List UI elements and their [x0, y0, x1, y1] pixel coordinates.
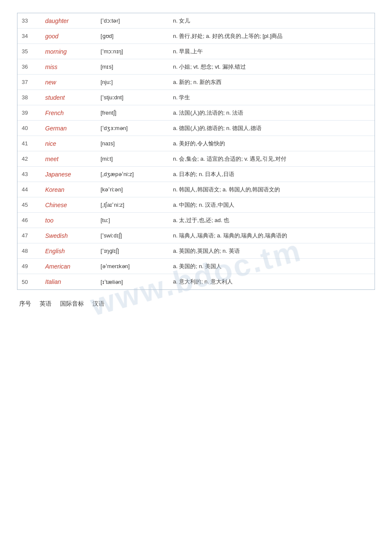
row-word: nice: [41, 138, 96, 149]
row-meaning: n. 学生: [169, 91, 375, 104]
row-num: 48: [17, 246, 41, 256]
row-num: 39: [17, 107, 41, 118]
row-phonetic: [mɪs]: [96, 61, 169, 72]
row-num: 34: [17, 31, 41, 41]
row-meaning: a. 意大利的; n. 意大利人: [169, 275, 375, 288]
row-num: 38: [17, 92, 41, 103]
row-meaning: a. 新的; n. 新的东西: [169, 76, 375, 89]
table-row: 40 German [ˈdʒɜːmən] a. 德国(人)的,德语的; n. 德…: [17, 121, 375, 136]
row-phonetic: [ɪˈtæliən]: [96, 277, 169, 287]
row-num: 44: [17, 184, 41, 195]
row-word: Swedish: [41, 230, 96, 241]
row-word: daughter: [41, 15, 96, 26]
row-num: 36: [17, 61, 41, 72]
table-row: 34 good [ɡʊd] n. 善行,好处; a. 好的,优良的,上等的; […: [17, 29, 375, 44]
row-meaning: a. 美好的,令人愉快的: [169, 137, 375, 150]
row-phonetic: [ɡʊd]: [96, 31, 169, 41]
row-phonetic: [ˈɪŋɡlɪʃ]: [96, 246, 169, 256]
table-row: 50 Italian [ɪˈtæliən] a. 意大利的; n. 意大利人: [17, 274, 375, 289]
row-phonetic: [ˈswiːdɪʃ]: [96, 230, 169, 241]
row-num: 45: [17, 199, 41, 210]
row-word: too: [41, 215, 96, 226]
row-word: miss: [41, 61, 96, 72]
row-num: 47: [17, 230, 41, 241]
row-phonetic: [naɪs]: [96, 138, 169, 149]
row-phonetic: [njuː]: [96, 77, 169, 87]
row-word: morning: [41, 46, 96, 57]
table-row: 43 Japanese [ˌdʒæpəˈniːz] a. 日本的; n. 日本人…: [17, 167, 375, 182]
row-phonetic: [ˌdʒæpəˈniːz]: [96, 169, 169, 179]
row-num: 43: [17, 169, 41, 179]
row-word: student: [41, 92, 96, 103]
table-row: 47 Swedish [ˈswiːdɪʃ] n. 瑞典人,瑞典语; a. 瑞典的…: [17, 228, 375, 243]
row-meaning: n. 瑞典人,瑞典语; a. 瑞典的,瑞典人的,瑞典语的: [169, 229, 375, 242]
table-row: 33 daughter [ˈdɔːtər] n. 女儿: [17, 13, 375, 29]
row-num: 35: [17, 46, 41, 57]
row-word: new: [41, 77, 96, 88]
row-meaning: a. 德国(人)的,德语的; n. 德国人,德语: [169, 122, 375, 135]
row-word: good: [41, 31, 96, 42]
row-word: Italian: [41, 276, 96, 287]
row-phonetic: [frentʃ]: [96, 107, 169, 118]
row-meaning: n. 小姐; vt. 想念; vt. 漏掉,错过: [169, 61, 375, 73]
table-row: 42 meet [miːt] n. 会,集会; a. 适宜的,合适的; v. 遇…: [17, 151, 375, 167]
footer-col2: 英语: [40, 300, 52, 308]
row-num: 40: [17, 123, 41, 133]
row-word: Chinese: [41, 199, 96, 211]
table-row: 41 nice [naɪs] a. 美好的,令人愉快的: [17, 136, 375, 151]
row-word: French: [41, 107, 96, 119]
row-word: English: [41, 246, 96, 257]
row-meaning: n. 韩国人,韩国语文; a. 韩国人的,韩国语文的: [169, 183, 375, 196]
row-phonetic: [əˈmerɪkən]: [96, 261, 169, 272]
row-num: 46: [17, 215, 41, 225]
row-num: 33: [17, 15, 41, 26]
row-phonetic: [ˈdʒɜːmən]: [96, 123, 169, 133]
row-word: Japanese: [41, 169, 96, 180]
row-phonetic: [tuː]: [96, 215, 169, 225]
row-phonetic: [ˈstjuːdnt]: [96, 92, 169, 103]
row-num: 50: [17, 277, 41, 287]
table-row: 35 morning [ˈmɔːnɪŋ] n. 早晨,上午: [17, 44, 375, 59]
table-row: 37 new [njuː] a. 新的; n. 新的东西: [17, 75, 375, 90]
row-meaning: a. 美国的; n. 美国人: [169, 260, 375, 273]
table-row: 38 student [ˈstjuːdnt] n. 学生: [17, 90, 375, 105]
row-meaning: n. 女儿: [169, 14, 375, 27]
row-meaning: n. 早晨,上午: [169, 45, 375, 58]
footer-legend: 序号 英语 国际音标 汉语: [17, 300, 375, 308]
table-row: 45 Chinese [ˌtʃaɪˈniːz] a. 中国的; n. 汉语,中国…: [17, 197, 375, 213]
row-word: meet: [41, 153, 96, 165]
row-phonetic: [miːt]: [96, 153, 169, 164]
row-meaning: n. 善行,好处; a. 好的,优良的,上等的; [pl.]商品: [169, 30, 375, 43]
row-meaning: a. 法国(人)的,法语的; n. 法语: [169, 107, 375, 119]
table-row: 46 too [tuː] a. 太,过于,也,还; ad. 也: [17, 213, 375, 228]
row-word: Korean: [41, 184, 96, 195]
row-num: 49: [17, 261, 41, 272]
row-meaning: a. 英国的,英国人的; n. 英语: [169, 245, 375, 257]
footer-col1: 序号: [19, 300, 31, 308]
row-num: 41: [17, 138, 41, 149]
footer-col4: 汉语: [92, 300, 104, 308]
vocab-table: 33 daughter [ˈdɔːtər] n. 女儿 34 good [ɡʊd…: [17, 13, 375, 290]
row-phonetic: [kəˈriːən]: [96, 184, 169, 195]
row-num: 37: [17, 77, 41, 87]
row-meaning: a. 中国的; n. 汉语,中国人: [169, 199, 375, 211]
row-word: German: [41, 123, 96, 134]
table-row: 36 miss [mɪs] n. 小姐; vt. 想念; vt. 漏掉,错过: [17, 59, 375, 75]
row-meaning: a. 太,过于,也,还; ad. 也: [169, 214, 375, 227]
row-meaning: a. 日本的; n. 日本人,日语: [169, 168, 375, 181]
table-row: 49 American [əˈmerɪkən] a. 美国的; n. 美国人: [17, 259, 375, 274]
row-phonetic: [ˈdɔːtər]: [96, 15, 169, 26]
footer-col3: 国际音标: [60, 300, 84, 308]
row-meaning: n. 会,集会; a. 适宜的,合适的; v. 遇见,引见,对付: [169, 153, 375, 165]
row-phonetic: [ˌtʃaɪˈniːz]: [96, 199, 169, 210]
row-phonetic: [ˈmɔːnɪŋ]: [96, 46, 169, 57]
table-row: 44 Korean [kəˈriːən] n. 韩国人,韩国语文; a. 韩国人…: [17, 182, 375, 197]
row-num: 42: [17, 153, 41, 164]
table-row: 39 French [frentʃ] a. 法国(人)的,法语的; n. 法语: [17, 105, 375, 121]
table-row: 48 English [ˈɪŋɡlɪʃ] a. 英国的,英国人的; n. 英语: [17, 243, 375, 259]
row-word: American: [41, 261, 96, 272]
